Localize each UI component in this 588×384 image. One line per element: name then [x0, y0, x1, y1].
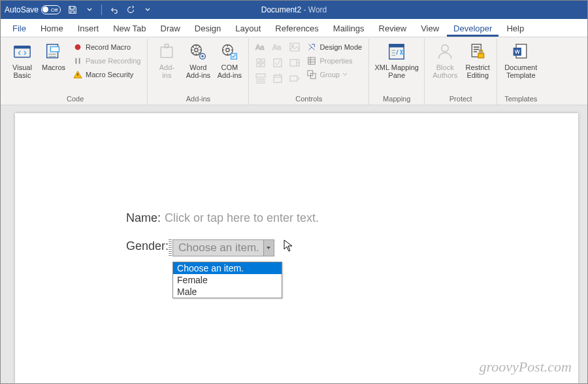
- redo-icon[interactable]: [125, 5, 136, 15]
- name-placeholder[interactable]: Click or tap here to enter text.: [165, 211, 319, 225]
- pause-icon: [73, 56, 83, 66]
- block-authors-button: Block Authors: [429, 40, 461, 79]
- record-macro-button[interactable]: Record Macro: [70, 41, 143, 53]
- svg-text:Aa: Aa: [255, 43, 265, 51]
- checkbox-control-icon: [270, 56, 286, 70]
- svg-rect-23: [256, 74, 265, 77]
- combo-option[interactable]: Female: [173, 274, 282, 286]
- undo-icon[interactable]: [108, 5, 119, 15]
- combo-box[interactable]: Choose an item.: [172, 239, 274, 256]
- macros-button[interactable]: Macros: [39, 40, 69, 71]
- plain-text-control-icon: Aa: [270, 40, 286, 54]
- com-addins-icon: [219, 41, 240, 62]
- autosave-toggle[interactable]: AutoSave Off: [5, 5, 61, 14]
- macros-icon: [43, 41, 64, 62]
- tab-file[interactable]: File: [6, 20, 33, 37]
- word-addins-icon: [188, 41, 208, 62]
- addins-icon: [156, 41, 177, 62]
- combo-dropdown-button[interactable]: [263, 240, 274, 256]
- svg-rect-3: [50, 47, 59, 52]
- autosave-label: AutoSave: [5, 5, 39, 14]
- warning-icon: [73, 69, 83, 80]
- gender-label: Gender:: [126, 239, 169, 253]
- tab-newtab[interactable]: New Tab: [106, 20, 152, 37]
- block-authors-icon: [434, 41, 455, 62]
- document-title: Document2 - Word: [261, 5, 327, 14]
- document-template-icon: [510, 41, 531, 62]
- autosave-switch[interactable]: Off: [41, 5, 61, 14]
- building-block-control-icon: [253, 56, 269, 70]
- svg-rect-26: [308, 58, 316, 65]
- tab-developer[interactable]: Developer: [447, 20, 498, 37]
- tab-draw[interactable]: Draw: [154, 20, 187, 37]
- ribbon: Visual Basic Macros Record Macro Pause R…: [1, 37, 587, 105]
- tab-layout[interactable]: Layout: [229, 20, 267, 37]
- qat-separator: [101, 5, 102, 15]
- title-bar: AutoSave Off Document2 - Word: [1, 1, 587, 19]
- watermark: groovyPost.com: [479, 358, 572, 375]
- combo-handle-icon[interactable]: [169, 239, 172, 256]
- combo-dropdown-list: Choose an item. Female Male: [172, 262, 282, 298]
- combo-control-icon: [287, 56, 302, 70]
- visual-basic-icon: [12, 41, 33, 62]
- group-mapping-label: Mapping: [373, 94, 420, 105]
- save-icon[interactable]: [67, 5, 78, 15]
- svg-rect-18: [261, 59, 265, 62]
- com-addins-button[interactable]: COM Add-ins: [214, 40, 244, 79]
- quick-access-toolbar: [67, 5, 153, 15]
- combo-option[interactable]: Choose an item.: [173, 262, 282, 274]
- tab-insert[interactable]: Insert: [71, 20, 106, 37]
- svg-rect-17: [257, 59, 260, 62]
- svg-rect-5: [161, 47, 173, 58]
- svg-text:Aa: Aa: [272, 43, 282, 51]
- restrict-editing-button[interactable]: Restrict Editing: [463, 40, 493, 79]
- date-control-icon: [270, 71, 286, 86]
- macro-security-button[interactable]: Macro Security: [70, 69, 143, 80]
- tab-mailings[interactable]: Mailings: [327, 20, 371, 37]
- group-controls: Aa Aa Design Mode: [249, 39, 369, 105]
- document-page[interactable]: Name: Click or tap here to enter text. G…: [15, 113, 578, 383]
- xml-mapping-button[interactable]: XML Mapping Pane: [373, 40, 420, 79]
- group-controls-label: Controls: [253, 94, 365, 105]
- svg-rect-21: [274, 59, 282, 67]
- svg-point-31: [442, 45, 449, 52]
- qat-dropdown-icon[interactable]: [84, 5, 95, 15]
- group-button: Group: [304, 69, 365, 80]
- group-templates: Document Template Templates: [497, 39, 544, 105]
- tab-view[interactable]: View: [414, 20, 446, 37]
- combo-current-value: Choose an item.: [173, 241, 263, 254]
- svg-rect-30: [389, 44, 404, 48]
- group-mapping: XML Mapping Pane Mapping: [369, 39, 425, 105]
- record-macro-icon: [73, 42, 83, 52]
- properties-icon: [306, 56, 317, 66]
- name-label: Name:: [126, 211, 161, 225]
- restrict-editing-icon: [467, 41, 488, 62]
- gender-combo[interactable]: Choose an item. Choose an item. Female M…: [172, 239, 274, 256]
- group-addins: Add- ins Word Add-ins COM Add-ins Add-in…: [148, 39, 249, 105]
- xml-mapping-icon: [386, 41, 407, 62]
- document-template-button[interactable]: Document Template: [501, 40, 540, 79]
- svg-point-11: [226, 48, 229, 52]
- design-mode-button[interactable]: Design Mode: [304, 41, 365, 53]
- group-templates-label: Templates: [501, 94, 540, 105]
- group-code: Visual Basic Macros Record Macro Pause R…: [3, 39, 148, 105]
- tab-design[interactable]: Design: [188, 20, 227, 37]
- control-grid: Aa Aa: [253, 40, 302, 86]
- qat-dropdown-icon[interactable]: [142, 5, 153, 15]
- document-workspace: Name: Click or tap here to enter text. G…: [1, 105, 587, 383]
- group-control-icon: [306, 69, 317, 80]
- tab-references[interactable]: References: [269, 20, 325, 37]
- combo-option[interactable]: Male: [173, 286, 282, 298]
- tab-review[interactable]: Review: [372, 20, 414, 37]
- picture-control-icon: [287, 40, 302, 54]
- tab-help[interactable]: Help: [500, 20, 531, 37]
- tab-home[interactable]: Home: [34, 20, 70, 37]
- svg-rect-35: [514, 48, 521, 56]
- group-protect: Block Authors Restrict Editing Protect: [425, 39, 497, 105]
- visual-basic-button[interactable]: Visual Basic: [7, 40, 37, 79]
- word-addins-button[interactable]: Word Add-ins: [183, 40, 213, 79]
- addins-button: Add- ins: [152, 40, 182, 79]
- svg-rect-33: [478, 54, 484, 58]
- group-addins-label: Add-ins: [152, 94, 244, 105]
- svg-rect-24: [274, 75, 282, 82]
